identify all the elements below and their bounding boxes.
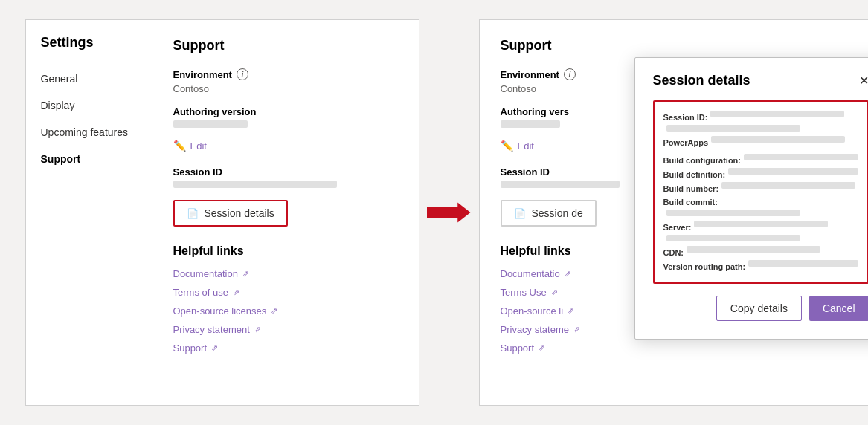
build-definition-value xyxy=(728,168,858,175)
cancel-button[interactable]: Cancel xyxy=(809,296,868,321)
environment-label: Environment i xyxy=(173,68,398,80)
session-id-detail-value2 xyxy=(666,125,800,132)
version-routing-line: Version routing path: xyxy=(663,260,858,274)
cdn-line: CDN: xyxy=(663,246,858,260)
modal-footer: Copy details Cancel xyxy=(653,296,869,321)
external-link-icon-terms: ⇗ xyxy=(233,288,239,297)
external-link-icon-oss: ⇗ xyxy=(271,306,277,316)
build-commit-value-line xyxy=(663,210,858,216)
server-line: Server: xyxy=(663,221,858,235)
documentation-link[interactable]: Documentation ⇗ xyxy=(173,268,398,279)
external-link-icon-privacy-right: ⇗ xyxy=(573,325,580,334)
session-details-button[interactable]: 📄 Session details xyxy=(173,200,288,227)
external-link-icon-terms-right: ⇗ xyxy=(551,288,558,297)
powerapps-detail-value xyxy=(711,136,845,143)
external-link-icon-docs-right: ⇗ xyxy=(565,269,571,279)
environment-info-icon-right[interactable]: i xyxy=(564,68,576,80)
session-id-value xyxy=(173,181,398,188)
support-title-left: Support xyxy=(173,38,398,53)
sidebar-item-general[interactable]: General xyxy=(26,65,152,92)
sidebar-item-upcoming[interactable]: Upcoming features xyxy=(26,119,152,146)
build-definition-line: Build definition: xyxy=(663,168,858,182)
powerapps-line: PowerApps xyxy=(663,136,858,150)
edit-icon-right: ✏️ xyxy=(501,140,513,152)
helpful-links-title: Helpful links xyxy=(173,244,398,258)
authoring-version-blurred xyxy=(173,120,248,128)
sidebar-item-display[interactable]: Display xyxy=(26,92,152,119)
right-panel: Support Environment i Contoso Authoring … xyxy=(479,19,869,406)
edit-icon: ✏️ xyxy=(173,140,186,152)
modal-close-button[interactable]: ✕ xyxy=(859,75,869,87)
authoring-version-label: Authoring version xyxy=(173,106,398,117)
session-id-blurred xyxy=(173,181,337,188)
session-id-line: Session ID: xyxy=(663,111,858,125)
build-number-value xyxy=(721,182,855,189)
sidebar: Settings General Display Upcoming featur… xyxy=(26,20,152,405)
session-details-modal: Session details ✕ Session ID: PowerApps xyxy=(634,57,869,340)
support-title-right: Support xyxy=(501,38,852,53)
open-source-link[interactable]: Open-source licenses ⇗ xyxy=(173,305,398,317)
build-commit-value xyxy=(666,210,800,216)
external-link-icon-privacy: ⇗ xyxy=(254,325,261,334)
settings-title: Settings xyxy=(26,35,152,65)
privacy-link[interactable]: Privacy statement ⇗ xyxy=(173,324,398,335)
server-url-value xyxy=(666,235,800,241)
external-link-icon-support: ⇗ xyxy=(211,343,218,353)
session-details-button-right[interactable]: 📄 Session de xyxy=(501,200,597,227)
svg-marker-0 xyxy=(427,203,471,223)
external-link-icon-oss-right: ⇗ xyxy=(568,306,574,316)
sidebar-item-support[interactable]: Support xyxy=(26,146,152,172)
support-content-left: Support Environment i Contoso Authoring … xyxy=(152,20,419,405)
build-commit-line: Build commit: xyxy=(663,195,858,210)
server-value xyxy=(694,221,828,227)
environment-info-icon[interactable]: i xyxy=(237,68,248,80)
authoring-version-blurred-right xyxy=(501,120,560,128)
version-routing-value xyxy=(748,260,858,267)
environment-value: Contoso xyxy=(173,83,398,94)
arrow-wrapper xyxy=(419,201,479,224)
authoring-version-value xyxy=(173,120,398,128)
external-link-icon-support-right: ⇗ xyxy=(539,343,545,353)
session-id-detail-value xyxy=(710,111,844,117)
session-id-label: Session ID xyxy=(173,166,398,178)
document-icon: 📄 xyxy=(187,208,199,219)
arrow-icon xyxy=(427,201,472,224)
session-id-blurred-right xyxy=(501,181,620,188)
copy-details-button[interactable]: Copy details xyxy=(716,296,802,321)
cdn-value xyxy=(687,246,820,253)
support-link-right[interactable]: Support ⇗ xyxy=(501,343,852,354)
document-icon-right: 📄 xyxy=(514,208,526,219)
server-url-line xyxy=(663,235,858,241)
edit-button[interactable]: ✏️ Edit xyxy=(173,140,207,152)
build-number-line: Build number: xyxy=(663,182,858,196)
session-id-line2 xyxy=(663,125,858,132)
modal-header: Session details ✕ xyxy=(653,73,869,88)
support-link[interactable]: Support ⇗ xyxy=(173,343,398,354)
left-panel: Settings General Display Upcoming featur… xyxy=(25,19,419,406)
modal-body: Session ID: PowerApps Build configuratio… xyxy=(653,100,869,284)
terms-of-use-link[interactable]: Terms of use ⇗ xyxy=(173,287,398,298)
build-config-value xyxy=(744,154,858,160)
external-link-icon-docs: ⇗ xyxy=(242,269,249,279)
edit-button-right[interactable]: ✏️ Edit xyxy=(501,140,534,152)
modal-title: Session details xyxy=(653,73,750,88)
build-config-line: Build configuration: xyxy=(663,154,858,168)
